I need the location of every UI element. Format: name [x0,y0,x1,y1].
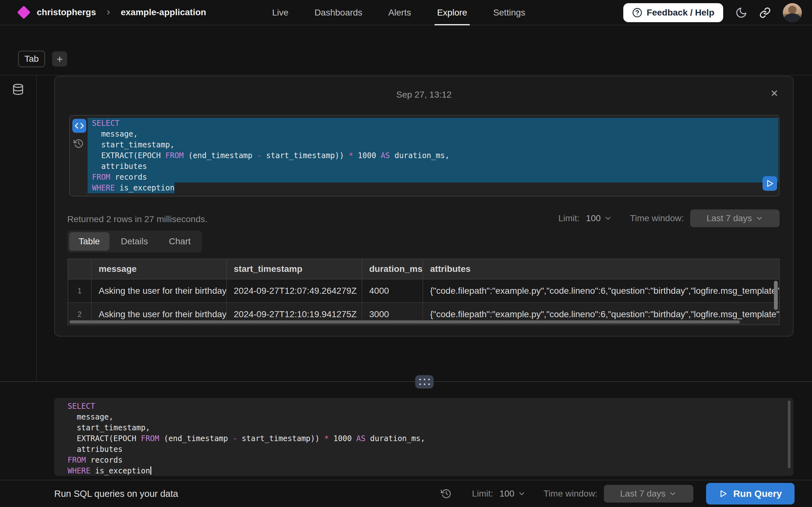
table-row[interactable]: 2Asking the user for their birthday2024-… [68,303,779,320]
add-tab-button[interactable]: + [52,51,67,66]
history-sql-block[interactable]: SELECT message, start_timestamp, EXTRACT… [69,115,780,196]
code-line: EXTRACT(EPOCH FROM (end_timestamp - star… [63,434,784,444]
limit-value[interactable]: 100 [586,213,601,223]
column-header: attributes [423,259,779,279]
horizontal-scrollbar-thumb[interactable] [69,320,740,324]
query-tab-bar: Tab + [18,51,67,67]
database-schema-icon[interactable] [12,83,24,95]
help-circle-icon [632,8,642,18]
user-avatar[interactable] [783,3,802,22]
breadcrumb-org[interactable]: christophergs [37,7,96,17]
row-number: 2 [68,303,92,320]
bottom-bar-controls: Limit: 100 Time window: Last 7 days Run … [441,481,795,507]
breadcrumb: christophergs example-application [0,7,206,17]
result-view-tabs: Table Details Chart [67,230,202,252]
nav-item-dashboards[interactable]: Dashboards [314,0,362,25]
top-nav: christophergs example-application Live D… [0,0,812,25]
result-summary: Returned 2 rows in 27 milliseconds. [67,214,207,224]
feedback-help-label: Feedback / Help [647,8,714,18]
time-window-value: Last 7 days [620,489,665,499]
code-line: attributes [88,161,778,172]
run-query-label: Run Query [733,488,782,499]
table-body: 1Asking the user for their birthday2024-… [67,279,780,320]
code-line: message, [88,129,778,139]
limit-value[interactable]: 100 [500,489,514,499]
share-link-icon[interactable] [759,7,771,18]
code-line: SELECT [63,401,784,412]
table-cell: Asking the user for their birthday [92,303,227,320]
chevron-down-icon [755,214,763,222]
code-line: FROM records [63,455,784,466]
logfire-explore-page: christophergs example-application Live D… [0,0,812,507]
column-header: start_timestamp [227,259,362,279]
query-timestamp: Sep 27, 13:12 [55,90,793,100]
code-brackets-icon[interactable] [72,119,86,133]
table-header-row: messagestart_timestampduration_msattribu… [67,259,780,279]
limit-label: Limit: [558,213,579,223]
primary-nav: Live Dashboards Alerts Explore Settings [272,0,525,25]
limit-label: Limit: [472,489,493,499]
tab-details[interactable]: Details [111,232,158,250]
breadcrumb-chevron-icon [105,9,112,16]
column-header: duration_ms [362,259,423,279]
logfire-logo-icon[interactable] [17,6,31,19]
table-cell: 2024-09-27T12:10:19.941275Z [227,303,362,320]
query-tab[interactable]: Tab [18,51,45,67]
table-cell: 4000 [362,279,423,302]
bottom-bar: Run SQL queries on your data Limit: 100 … [0,480,812,507]
code-line: WHERE is_exception [63,466,784,476]
tab-chart[interactable]: Chart [159,232,200,250]
table-cell: 3000 [362,303,423,320]
sql-editor[interactable]: SELECT message, start_timestamp, EXTRACT… [54,398,794,476]
code-line: start_timestamp, [63,423,784,434]
time-window-value: Last 7 days [706,213,752,223]
run-play-icon[interactable] [763,176,777,191]
results-table: messagestart_timestampduration_msattribu… [67,259,780,325]
code-line: EXTRACT(EPOCH FROM (end_timestamp - star… [88,150,778,161]
breadcrumb-project[interactable]: example-application [121,7,206,17]
text-cursor [150,466,151,475]
table-cell: 2024-09-27T12:07:49.264279Z [227,279,362,302]
column-header [68,259,92,279]
code-line: FROM records [88,172,778,182]
time-window-select[interactable]: Last 7 days [604,485,693,503]
table-cell: {"code.filepath":"example.py","code.line… [423,279,779,302]
query-history-card: Sep 27, 13:12 ✕ SELECT message, start_ti… [54,76,794,337]
sidebar-divider [36,75,37,382]
panel-top-divider [0,75,812,75]
code-line: start_timestamp, [88,139,778,150]
nav-item-live[interactable]: Live [272,0,288,25]
nav-item-explore[interactable]: Explore [437,0,467,25]
grip-dots-icon[interactable] [415,375,434,389]
tab-table[interactable]: Table [69,232,109,250]
history-clock-icon[interactable] [73,138,84,149]
table-cell: Asking the user for their birthday [92,279,227,302]
editor-hint: Run SQL queries on your data [54,489,178,499]
code-line: message, [63,412,784,423]
nav-actions: Feedback / Help [623,0,802,25]
nav-item-settings[interactable]: Settings [493,0,525,25]
code-line: attributes [63,444,784,455]
vertical-scrollbar-thumb[interactable] [774,281,778,310]
feedback-help-button[interactable]: Feedback / Help [623,3,723,22]
close-icon[interactable]: ✕ [770,89,778,98]
code-line: WHERE is_exception [88,182,778,193]
table-cell: {"code.filepath":"example.py","code.line… [423,303,779,320]
editor-sql-code[interactable]: SELECT message, start_timestamp, EXTRACT… [63,401,784,476]
chevron-down-icon[interactable] [518,490,526,498]
time-window-label: Time window: [630,213,684,223]
nav-item-alerts[interactable]: Alerts [388,0,411,25]
column-header: message [92,259,227,279]
time-window-select[interactable]: Last 7 days [690,210,780,227]
theme-moon-icon[interactable] [735,7,747,19]
chevron-down-icon[interactable] [604,214,612,222]
horizontal-scrollbar[interactable] [67,320,780,325]
code-line: SELECT [88,118,778,129]
history-clock-icon[interactable] [441,488,452,499]
history-sql-code: SELECT message, start_timestamp, EXTRACT… [88,118,778,193]
editor-scrollbar-thumb[interactable] [788,400,791,468]
table-row[interactable]: 1Asking the user for their birthday2024-… [68,279,779,303]
split-divider[interactable] [0,381,812,382]
chevron-down-icon [669,490,677,498]
run-query-button[interactable]: Run Query [706,483,795,504]
